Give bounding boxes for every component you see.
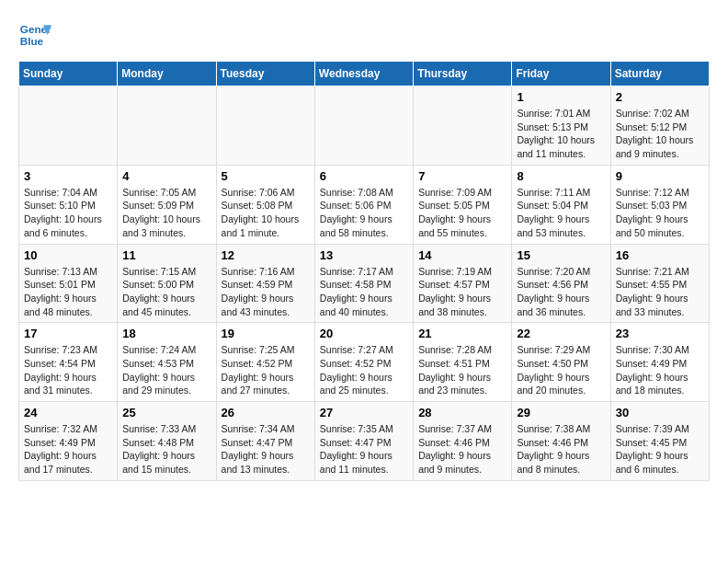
day-info: Sunrise: 7:09 AM Sunset: 5:05 PM Dayligh… (418, 186, 506, 240)
calendar-cell: 16Sunrise: 7:21 AM Sunset: 4:55 PM Dayli… (610, 244, 709, 323)
day-number: 28 (418, 406, 506, 419)
day-info: Sunrise: 7:28 AM Sunset: 4:51 PM Dayligh… (418, 343, 506, 397)
day-number: 10 (24, 248, 112, 262)
calendar-cell: 4Sunrise: 7:05 AM Sunset: 5:09 PM Daylig… (118, 165, 216, 244)
day-info: Sunrise: 7:20 AM Sunset: 4:56 PM Dayligh… (517, 265, 605, 319)
calendar-cell: 11Sunrise: 7:15 AM Sunset: 5:00 PM Dayli… (118, 244, 216, 323)
day-number: 16 (616, 248, 704, 262)
calendar-cell: 15Sunrise: 7:20 AM Sunset: 4:56 PM Dayli… (512, 244, 610, 323)
day-number: 5 (222, 169, 310, 183)
calendar-week-row: 10Sunrise: 7:13 AM Sunset: 5:01 PM Dayli… (19, 244, 710, 323)
day-number: 19 (222, 327, 310, 340)
weekday-header: Wednesday (314, 62, 413, 86)
day-info: Sunrise: 7:27 AM Sunset: 4:52 PM Dayligh… (320, 343, 408, 397)
day-info: Sunrise: 7:11 AM Sunset: 5:04 PM Dayligh… (517, 186, 605, 240)
day-number: 1 (517, 90, 605, 104)
calendar-header-row: SundayMondayTuesdayWednesdayThursdayFrid… (19, 62, 710, 86)
day-info: Sunrise: 7:37 AM Sunset: 4:46 PM Dayligh… (418, 422, 506, 477)
day-number: 13 (320, 248, 408, 262)
day-number: 22 (517, 327, 605, 340)
calendar-cell (19, 86, 118, 166)
day-number: 23 (616, 327, 704, 340)
calendar-cell: 18Sunrise: 7:24 AM Sunset: 4:53 PM Dayli… (118, 323, 216, 402)
calendar-cell: 28Sunrise: 7:37 AM Sunset: 4:46 PM Dayli… (414, 402, 512, 481)
day-info: Sunrise: 7:25 AM Sunset: 4:52 PM Dayligh… (222, 343, 310, 397)
day-info: Sunrise: 7:34 AM Sunset: 4:47 PM Dayligh… (222, 422, 310, 477)
day-number: 7 (418, 169, 506, 183)
calendar-week-row: 3Sunrise: 7:04 AM Sunset: 5:10 PM Daylig… (19, 165, 710, 244)
calendar-table: SundayMondayTuesdayWednesdayThursdayFrid… (18, 61, 710, 481)
day-info: Sunrise: 7:01 AM Sunset: 5:13 PM Dayligh… (517, 107, 605, 161)
day-info: Sunrise: 7:13 AM Sunset: 5:01 PM Dayligh… (24, 265, 112, 319)
calendar-cell: 7Sunrise: 7:09 AM Sunset: 5:05 PM Daylig… (414, 165, 512, 244)
calendar-cell: 19Sunrise: 7:25 AM Sunset: 4:52 PM Dayli… (216, 323, 314, 402)
calendar-cell: 10Sunrise: 7:13 AM Sunset: 5:01 PM Dayli… (19, 244, 118, 323)
calendar-cell: 23Sunrise: 7:30 AM Sunset: 4:49 PM Dayli… (610, 323, 709, 402)
calendar-cell: 21Sunrise: 7:28 AM Sunset: 4:51 PM Dayli… (414, 323, 512, 402)
calendar-cell: 9Sunrise: 7:12 AM Sunset: 5:03 PM Daylig… (610, 165, 709, 244)
calendar-week-row: 24Sunrise: 7:32 AM Sunset: 4:49 PM Dayli… (19, 402, 710, 481)
day-info: Sunrise: 7:19 AM Sunset: 4:57 PM Dayligh… (418, 265, 506, 319)
calendar-cell: 2Sunrise: 7:02 AM Sunset: 5:12 PM Daylig… (610, 86, 709, 166)
day-info: Sunrise: 7:29 AM Sunset: 4:50 PM Dayligh… (517, 343, 605, 397)
day-number: 21 (418, 327, 506, 340)
day-info: Sunrise: 7:15 AM Sunset: 5:00 PM Dayligh… (122, 265, 210, 319)
day-info: Sunrise: 7:32 AM Sunset: 4:49 PM Dayligh… (24, 422, 112, 477)
calendar-cell (118, 86, 216, 166)
calendar-cell: 8Sunrise: 7:11 AM Sunset: 5:04 PM Daylig… (512, 165, 610, 244)
day-info: Sunrise: 7:30 AM Sunset: 4:49 PM Dayligh… (616, 343, 704, 397)
day-info: Sunrise: 7:35 AM Sunset: 4:47 PM Dayligh… (320, 422, 408, 477)
weekday-header: Saturday (610, 62, 709, 86)
day-info: Sunrise: 7:38 AM Sunset: 4:46 PM Dayligh… (517, 422, 605, 477)
day-info: Sunrise: 7:05 AM Sunset: 5:09 PM Dayligh… (122, 186, 210, 240)
weekday-header: Sunday (19, 62, 118, 86)
calendar-cell: 29Sunrise: 7:38 AM Sunset: 4:46 PM Dayli… (512, 402, 610, 481)
calendar-cell: 20Sunrise: 7:27 AM Sunset: 4:52 PM Dayli… (314, 323, 413, 402)
day-info: Sunrise: 7:23 AM Sunset: 4:54 PM Dayligh… (24, 343, 112, 397)
calendar-cell: 25Sunrise: 7:33 AM Sunset: 4:48 PM Dayli… (118, 402, 216, 481)
day-number: 17 (24, 327, 112, 340)
weekday-header: Thursday (414, 62, 512, 86)
day-info: Sunrise: 7:06 AM Sunset: 5:08 PM Dayligh… (222, 186, 310, 240)
calendar-cell: 1Sunrise: 7:01 AM Sunset: 5:13 PM Daylig… (512, 86, 610, 166)
svg-text:Blue: Blue (20, 35, 44, 47)
day-number: 11 (122, 248, 210, 262)
day-number: 15 (517, 248, 605, 262)
calendar-cell: 6Sunrise: 7:08 AM Sunset: 5:06 PM Daylig… (314, 165, 413, 244)
day-number: 12 (222, 248, 310, 262)
day-info: Sunrise: 7:17 AM Sunset: 4:58 PM Dayligh… (320, 265, 408, 319)
day-number: 9 (616, 169, 704, 183)
day-info: Sunrise: 7:24 AM Sunset: 4:53 PM Dayligh… (122, 343, 210, 397)
day-number: 24 (24, 406, 112, 419)
day-number: 27 (320, 406, 408, 419)
logo: General Blue (18, 18, 57, 52)
calendar-cell: 5Sunrise: 7:06 AM Sunset: 5:08 PM Daylig… (216, 165, 314, 244)
day-number: 6 (320, 169, 408, 183)
weekday-header: Monday (118, 62, 216, 86)
day-number: 29 (517, 406, 605, 419)
weekday-header: Friday (512, 62, 610, 86)
day-info: Sunrise: 7:02 AM Sunset: 5:12 PM Dayligh… (616, 107, 704, 161)
day-number: 4 (122, 169, 210, 183)
calendar-cell: 12Sunrise: 7:16 AM Sunset: 4:59 PM Dayli… (216, 244, 314, 323)
day-number: 25 (122, 406, 210, 419)
day-number: 2 (616, 90, 704, 104)
day-number: 26 (222, 406, 310, 419)
day-number: 14 (418, 248, 506, 262)
day-info: Sunrise: 7:39 AM Sunset: 4:45 PM Dayligh… (616, 422, 704, 477)
calendar-cell: 24Sunrise: 7:32 AM Sunset: 4:49 PM Dayli… (19, 402, 118, 481)
calendar-cell: 22Sunrise: 7:29 AM Sunset: 4:50 PM Dayli… (512, 323, 610, 402)
day-number: 8 (517, 169, 605, 183)
calendar-cell: 13Sunrise: 7:17 AM Sunset: 4:58 PM Dayli… (314, 244, 413, 323)
weekday-header: Tuesday (216, 62, 314, 86)
calendar-body: 1Sunrise: 7:01 AM Sunset: 5:13 PM Daylig… (19, 86, 710, 481)
calendar-cell: 17Sunrise: 7:23 AM Sunset: 4:54 PM Dayli… (19, 323, 118, 402)
day-number: 30 (616, 406, 704, 419)
calendar-cell (314, 86, 413, 166)
calendar-cell: 14Sunrise: 7:19 AM Sunset: 4:57 PM Dayli… (414, 244, 512, 323)
calendar-cell (216, 86, 314, 166)
logo-icon: General Blue (18, 18, 51, 52)
day-number: 20 (320, 327, 408, 340)
calendar-week-row: 1Sunrise: 7:01 AM Sunset: 5:13 PM Daylig… (19, 86, 710, 166)
day-info: Sunrise: 7:21 AM Sunset: 4:55 PM Dayligh… (616, 265, 704, 319)
